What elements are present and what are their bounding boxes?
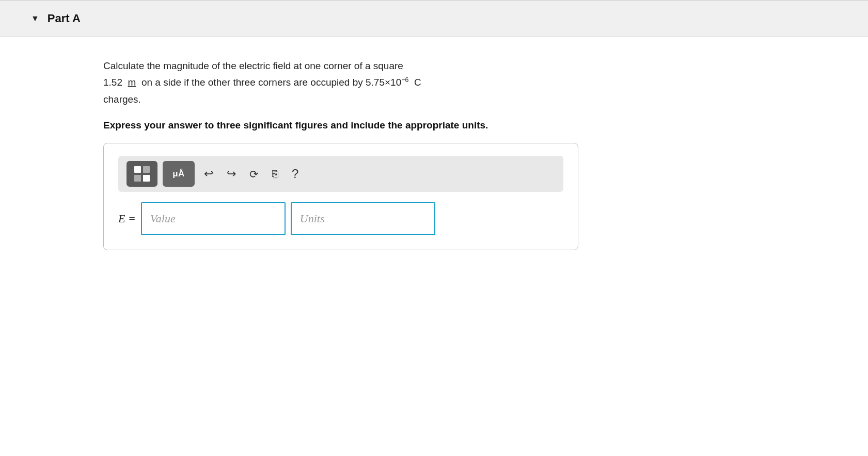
undo-icon: ↩ (200, 166, 217, 182)
input-row: E = Value Units (118, 202, 563, 235)
page-wrapper: ▼ Part A Calculate the magnitude of the … (0, 0, 868, 456)
reset-button[interactable]: ⟳ (245, 167, 263, 182)
units-symbol-button[interactable]: μÅ (163, 161, 195, 187)
redo-icon: ↪ (223, 166, 240, 182)
question-text-line2: on a side if the other three corners are… (141, 77, 401, 88)
svg-rect-1 (143, 166, 150, 173)
keyboard-button[interactable]: ⎘ (268, 167, 282, 181)
equation-label: E = (118, 212, 136, 225)
question-text: Calculate the magnitude of the electric … (103, 58, 765, 108)
matrix-button[interactable] (127, 161, 157, 187)
question-text-line1: Calculate the magnitude of the electric … (103, 60, 403, 71)
value-input[interactable]: Value (141, 202, 286, 235)
units-placeholder: Units (300, 212, 325, 225)
help-button[interactable]: ? (288, 166, 303, 182)
units-input[interactable]: Units (291, 202, 435, 235)
value-placeholder: Value (150, 212, 176, 225)
svg-rect-3 (143, 175, 150, 182)
redo-button[interactable]: ↪ (223, 166, 240, 182)
part-title: Part A (48, 12, 81, 25)
question-unit-c: C (414, 77, 421, 88)
part-header: ▼ Part A (0, 0, 868, 37)
keyboard-icon: ⎘ (268, 167, 282, 181)
help-icon: ? (288, 166, 303, 182)
question-measurement: 1.52 (103, 77, 122, 88)
content-area: Calculate the magnitude of the electric … (0, 37, 868, 271)
svg-rect-2 (134, 175, 141, 182)
instruction-text: Express your answer to three significant… (103, 118, 765, 133)
question-exponent: −6 (401, 76, 408, 84)
reset-icon: ⟳ (245, 167, 263, 182)
undo-button[interactable]: ↩ (200, 166, 217, 182)
question-unit-m: m (128, 77, 136, 88)
answer-box: μÅ ↩ ↪ ⟳ ⎘ (103, 143, 578, 250)
svg-rect-0 (134, 166, 141, 173)
toolbar: μÅ ↩ ↪ ⟳ ⎘ (118, 156, 563, 192)
units-symbol-label: μÅ (172, 169, 185, 179)
part-chevron-icon[interactable]: ▼ (31, 14, 39, 23)
question-text-line3: charges. (103, 94, 141, 105)
